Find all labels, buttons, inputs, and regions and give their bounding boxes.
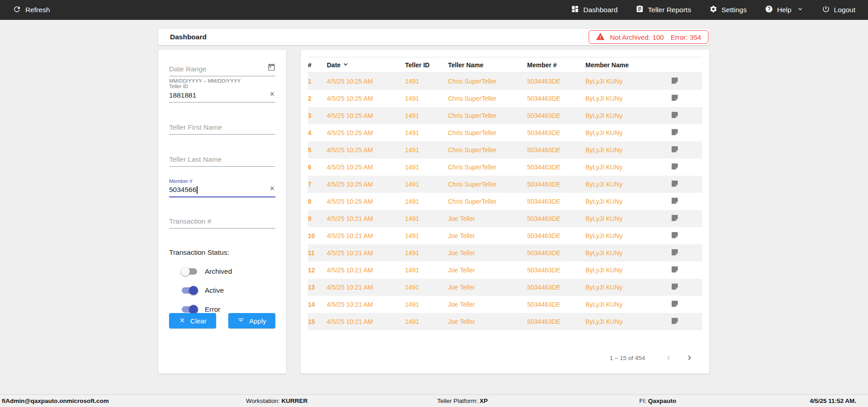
note-icon[interactable] [671, 77, 679, 86]
member-number-input[interactable]: 5034566 [169, 184, 275, 196]
apply-button-label: Apply [249, 317, 266, 325]
note-icon[interactable] [671, 300, 679, 309]
cell-member-number: 5034463DE [527, 124, 585, 141]
clear-button[interactable]: Clear [169, 313, 216, 328]
cell-teller-id: 1491 [405, 262, 448, 279]
table-row[interactable]: 12 4/5/25 10:21 AM 1491 Joe Teller 50344… [308, 262, 702, 279]
close-icon [179, 317, 186, 325]
not-archived-count: 100 [652, 33, 664, 41]
clear-teller-id-icon[interactable] [269, 91, 275, 99]
cell-note [670, 176, 702, 193]
table-row[interactable]: 8 4/5/25 10:25 AM 1491 Chris SuperTeller… [308, 193, 702, 210]
note-icon[interactable] [671, 248, 679, 257]
table-row[interactable]: 7 4/5/25 10:25 AM 1491 Chris SuperTeller… [308, 176, 702, 193]
cell-num: 1 [308, 73, 327, 90]
previous-page-button[interactable] [664, 353, 673, 362]
note-icon[interactable] [671, 94, 679, 103]
nav-teller-reports-label: Teller Reports [648, 6, 691, 14]
cell-num: 3 [308, 107, 327, 124]
note-icon[interactable] [671, 111, 679, 120]
col-header-teller-id[interactable]: Teller ID [405, 57, 448, 73]
table-row[interactable]: 5 4/5/25 10:25 AM 1491 Chris SuperTeller… [308, 141, 702, 159]
col-header-note [670, 57, 702, 73]
cell-teller-id: 1491 [405, 313, 448, 330]
note-icon[interactable] [671, 163, 679, 172]
cell-teller-name: Joe Teller [448, 227, 527, 244]
next-page-button[interactable] [685, 353, 694, 362]
col-header-teller-name[interactable]: Teller Name [448, 57, 527, 73]
refresh-label: Refresh [25, 6, 50, 14]
table-row[interactable]: 14 4/5/25 10:21 AM 1491 Joe Teller 50344… [308, 296, 702, 313]
archived-toggle[interactable] [182, 268, 197, 275]
table-row[interactable]: 10 4/5/25 10:21 AM 1491 Joe Teller 50344… [308, 227, 702, 244]
nav-settings-label: Settings [722, 6, 747, 14]
cell-date: 4/5/25 10:25 AM [327, 159, 405, 176]
error-count: 354 [690, 33, 701, 41]
note-icon[interactable] [671, 231, 679, 240]
col-header-date[interactable]: Date [327, 57, 405, 73]
col-header-member-number[interactable]: Member # [527, 57, 585, 73]
member-number-label: Member # [169, 178, 275, 184]
table-row[interactable]: 3 4/5/25 10:25 AM 1491 Chris SuperTeller… [308, 107, 702, 124]
active-toggle[interactable] [182, 287, 197, 294]
date-range-input[interactable] [169, 63, 275, 76]
note-icon[interactable] [671, 128, 679, 137]
date-range-field [169, 63, 275, 76]
calendar-icon[interactable] [268, 63, 275, 73]
error-toggle[interactable] [182, 306, 197, 313]
cell-member-name: ByLyJI KUNy [585, 313, 670, 330]
cell-member-name: ByLyJI KUNy [585, 279, 670, 296]
nav-dashboard[interactable]: Dashboard [571, 5, 618, 15]
cell-member-name: ByLyJI KUNy [585, 107, 670, 124]
table-row[interactable]: 4 4/5/25 10:25 AM 1491 Chris SuperTeller… [308, 124, 702, 141]
table-row[interactable]: 2 4/5/25 10:25 AM 1491 Chris SuperTeller… [308, 90, 702, 107]
note-icon[interactable] [671, 283, 679, 292]
teller-id-field [169, 89, 275, 103]
nav-logout[interactable]: Logout [822, 5, 855, 15]
table-row[interactable]: 15 4/5/25 10:21 AM 1491 Joe Teller 50344… [308, 313, 702, 330]
note-icon[interactable] [671, 180, 679, 189]
table-row[interactable]: 1 4/5/25 10:25 AM 1491 Chris SuperTeller… [308, 73, 702, 90]
note-icon[interactable] [671, 214, 679, 223]
cell-note [670, 159, 702, 176]
table-row[interactable]: 6 4/5/25 10:25 AM 1491 Chris SuperTeller… [308, 159, 702, 176]
col-header-member-name[interactable]: Member Name [585, 57, 670, 73]
teller-first-name-input[interactable] [169, 122, 275, 134]
nav-settings[interactable]: Settings [709, 5, 747, 15]
clear-member-number-icon[interactable] [269, 185, 275, 193]
cell-teller-id: 1491 [405, 73, 448, 90]
refresh-button[interactable]: Refresh [13, 5, 50, 15]
cell-date: 4/5/25 10:21 AM [327, 210, 405, 227]
cell-member-name: ByLyJI KUNy [585, 176, 670, 193]
nav-teller-reports[interactable]: Teller Reports [636, 5, 691, 15]
apply-button[interactable]: Apply [228, 313, 275, 328]
cell-member-number: 5034463DE [527, 73, 585, 90]
cell-note [670, 141, 702, 159]
cell-num: 9 [308, 210, 327, 227]
warning-icon [596, 32, 605, 42]
note-icon[interactable] [671, 145, 679, 154]
cell-member-number: 5034463DE [527, 176, 585, 193]
note-icon[interactable] [671, 197, 679, 206]
cell-note [670, 296, 702, 313]
teller-id-input[interactable] [169, 89, 275, 102]
nav-help-label: Help [777, 6, 792, 14]
nav-help[interactable]: Help [765, 5, 804, 15]
cell-member-name: ByLyJI KUNy [585, 210, 670, 227]
table-row[interactable]: 11 4/5/25 10:21 AM 1491 Joe Teller 50344… [308, 244, 702, 262]
cell-num: 10 [308, 227, 327, 244]
sort-desc-icon [342, 61, 349, 70]
member-number-field: 5034566 [169, 184, 275, 197]
note-icon[interactable] [671, 266, 679, 275]
cell-date: 4/5/25 10:25 AM [327, 176, 405, 193]
table-row[interactable]: 9 4/5/25 10:21 AM 1491 Joe Teller 503446… [308, 210, 702, 227]
transaction-number-input[interactable] [169, 215, 275, 228]
cell-teller-id: 1491 [405, 244, 448, 262]
col-header-num[interactable]: # [308, 57, 327, 73]
cell-teller-id: 1491 [405, 107, 448, 124]
table-row[interactable]: 13 4/5/25 10:21 AM 1491 Joe Teller 50344… [308, 279, 702, 296]
transaction-status-label: Transaction Status: [169, 248, 275, 257]
teller-last-name-input[interactable] [169, 154, 275, 166]
note-icon[interactable] [671, 317, 679, 326]
status-alert-badge[interactable]: Not Archived: 100 Error: 354 [589, 30, 708, 44]
